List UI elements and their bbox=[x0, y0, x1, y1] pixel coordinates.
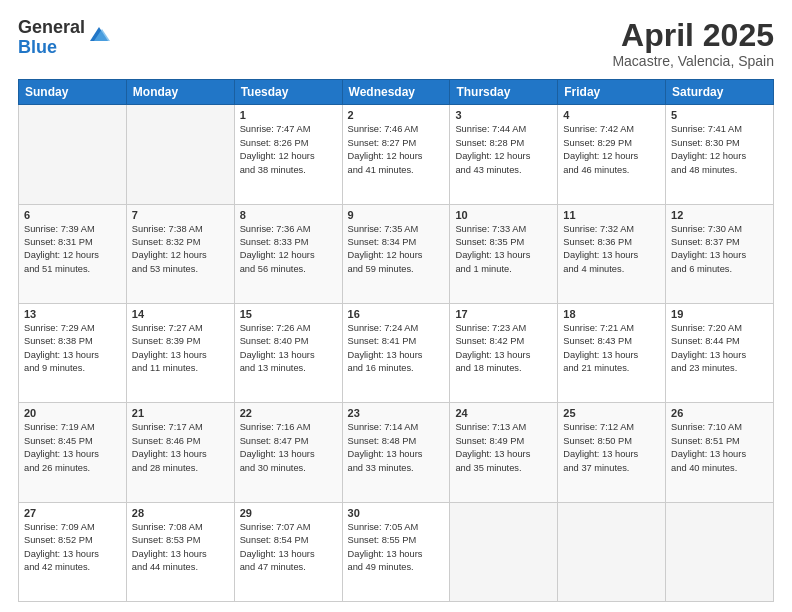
calendar-header: SundayMondayTuesdayWednesdayThursdayFrid… bbox=[19, 80, 774, 105]
day-number: 19 bbox=[671, 308, 768, 320]
day-cell: 17Sunrise: 7:23 AM Sunset: 8:42 PM Dayli… bbox=[450, 303, 558, 402]
day-info: Sunrise: 7:14 AM Sunset: 8:48 PM Dayligh… bbox=[348, 421, 445, 475]
day-number: 14 bbox=[132, 308, 229, 320]
day-cell: 27Sunrise: 7:09 AM Sunset: 8:52 PM Dayli… bbox=[19, 502, 127, 601]
day-number: 3 bbox=[455, 109, 552, 121]
day-info: Sunrise: 7:39 AM Sunset: 8:31 PM Dayligh… bbox=[24, 223, 121, 277]
day-number: 25 bbox=[563, 407, 660, 419]
week-row-4: 20Sunrise: 7:19 AM Sunset: 8:45 PM Dayli… bbox=[19, 403, 774, 502]
day-info: Sunrise: 7:20 AM Sunset: 8:44 PM Dayligh… bbox=[671, 322, 768, 376]
day-cell: 22Sunrise: 7:16 AM Sunset: 8:47 PM Dayli… bbox=[234, 403, 342, 502]
day-info: Sunrise: 7:32 AM Sunset: 8:36 PM Dayligh… bbox=[563, 223, 660, 277]
day-number: 18 bbox=[563, 308, 660, 320]
day-number: 11 bbox=[563, 209, 660, 221]
day-cell: 16Sunrise: 7:24 AM Sunset: 8:41 PM Dayli… bbox=[342, 303, 450, 402]
day-cell: 18Sunrise: 7:21 AM Sunset: 8:43 PM Dayli… bbox=[558, 303, 666, 402]
day-number: 15 bbox=[240, 308, 337, 320]
header-cell-thursday: Thursday bbox=[450, 80, 558, 105]
day-cell: 3Sunrise: 7:44 AM Sunset: 8:28 PM Daylig… bbox=[450, 105, 558, 204]
week-row-2: 6Sunrise: 7:39 AM Sunset: 8:31 PM Daylig… bbox=[19, 204, 774, 303]
day-number: 24 bbox=[455, 407, 552, 419]
day-cell: 26Sunrise: 7:10 AM Sunset: 8:51 PM Dayli… bbox=[666, 403, 774, 502]
day-cell: 15Sunrise: 7:26 AM Sunset: 8:40 PM Dayli… bbox=[234, 303, 342, 402]
day-info: Sunrise: 7:21 AM Sunset: 8:43 PM Dayligh… bbox=[563, 322, 660, 376]
day-cell: 23Sunrise: 7:14 AM Sunset: 8:48 PM Dayli… bbox=[342, 403, 450, 502]
day-info: Sunrise: 7:29 AM Sunset: 8:38 PM Dayligh… bbox=[24, 322, 121, 376]
day-cell: 9Sunrise: 7:35 AM Sunset: 8:34 PM Daylig… bbox=[342, 204, 450, 303]
day-number: 28 bbox=[132, 507, 229, 519]
day-cell: 13Sunrise: 7:29 AM Sunset: 8:38 PM Dayli… bbox=[19, 303, 127, 402]
day-number: 5 bbox=[671, 109, 768, 121]
day-cell: 19Sunrise: 7:20 AM Sunset: 8:44 PM Dayli… bbox=[666, 303, 774, 402]
title-location: Macastre, Valencia, Spain bbox=[612, 53, 774, 69]
day-number: 30 bbox=[348, 507, 445, 519]
day-cell: 1Sunrise: 7:47 AM Sunset: 8:26 PM Daylig… bbox=[234, 105, 342, 204]
day-info: Sunrise: 7:26 AM Sunset: 8:40 PM Dayligh… bbox=[240, 322, 337, 376]
logo-icon bbox=[88, 23, 110, 45]
header-cell-monday: Monday bbox=[126, 80, 234, 105]
day-number: 4 bbox=[563, 109, 660, 121]
day-info: Sunrise: 7:07 AM Sunset: 8:54 PM Dayligh… bbox=[240, 521, 337, 575]
week-row-3: 13Sunrise: 7:29 AM Sunset: 8:38 PM Dayli… bbox=[19, 303, 774, 402]
day-cell: 6Sunrise: 7:39 AM Sunset: 8:31 PM Daylig… bbox=[19, 204, 127, 303]
header-cell-sunday: Sunday bbox=[19, 80, 127, 105]
day-info: Sunrise: 7:30 AM Sunset: 8:37 PM Dayligh… bbox=[671, 223, 768, 277]
day-info: Sunrise: 7:19 AM Sunset: 8:45 PM Dayligh… bbox=[24, 421, 121, 475]
day-number: 23 bbox=[348, 407, 445, 419]
day-cell: 21Sunrise: 7:17 AM Sunset: 8:46 PM Dayli… bbox=[126, 403, 234, 502]
day-info: Sunrise: 7:33 AM Sunset: 8:35 PM Dayligh… bbox=[455, 223, 552, 277]
day-cell: 2Sunrise: 7:46 AM Sunset: 8:27 PM Daylig… bbox=[342, 105, 450, 204]
day-info: Sunrise: 7:10 AM Sunset: 8:51 PM Dayligh… bbox=[671, 421, 768, 475]
day-cell: 7Sunrise: 7:38 AM Sunset: 8:32 PM Daylig… bbox=[126, 204, 234, 303]
calendar-body: 1Sunrise: 7:47 AM Sunset: 8:26 PM Daylig… bbox=[19, 105, 774, 602]
day-number: 13 bbox=[24, 308, 121, 320]
day-number: 20 bbox=[24, 407, 121, 419]
day-cell: 8Sunrise: 7:36 AM Sunset: 8:33 PM Daylig… bbox=[234, 204, 342, 303]
day-cell: 5Sunrise: 7:41 AM Sunset: 8:30 PM Daylig… bbox=[666, 105, 774, 204]
header-row: SundayMondayTuesdayWednesdayThursdayFrid… bbox=[19, 80, 774, 105]
day-number: 29 bbox=[240, 507, 337, 519]
logo: General Blue bbox=[18, 18, 110, 58]
day-number: 1 bbox=[240, 109, 337, 121]
page: General Blue April 2025 Macastre, Valenc… bbox=[0, 0, 792, 612]
day-cell: 14Sunrise: 7:27 AM Sunset: 8:39 PM Dayli… bbox=[126, 303, 234, 402]
header-cell-saturday: Saturday bbox=[666, 80, 774, 105]
day-info: Sunrise: 7:13 AM Sunset: 8:49 PM Dayligh… bbox=[455, 421, 552, 475]
logo-blue: Blue bbox=[18, 38, 85, 58]
day-cell: 12Sunrise: 7:30 AM Sunset: 8:37 PM Dayli… bbox=[666, 204, 774, 303]
day-number: 6 bbox=[24, 209, 121, 221]
logo-text: General Blue bbox=[18, 18, 85, 58]
week-row-5: 27Sunrise: 7:09 AM Sunset: 8:52 PM Dayli… bbox=[19, 502, 774, 601]
day-number: 22 bbox=[240, 407, 337, 419]
logo-general: General bbox=[18, 18, 85, 38]
day-number: 9 bbox=[348, 209, 445, 221]
day-info: Sunrise: 7:36 AM Sunset: 8:33 PM Dayligh… bbox=[240, 223, 337, 277]
day-info: Sunrise: 7:46 AM Sunset: 8:27 PM Dayligh… bbox=[348, 123, 445, 177]
header: General Blue April 2025 Macastre, Valenc… bbox=[18, 18, 774, 69]
day-number: 17 bbox=[455, 308, 552, 320]
day-cell bbox=[450, 502, 558, 601]
day-cell: 11Sunrise: 7:32 AM Sunset: 8:36 PM Dayli… bbox=[558, 204, 666, 303]
day-number: 10 bbox=[455, 209, 552, 221]
day-number: 21 bbox=[132, 407, 229, 419]
day-cell: 10Sunrise: 7:33 AM Sunset: 8:35 PM Dayli… bbox=[450, 204, 558, 303]
day-cell: 25Sunrise: 7:12 AM Sunset: 8:50 PM Dayli… bbox=[558, 403, 666, 502]
day-info: Sunrise: 7:17 AM Sunset: 8:46 PM Dayligh… bbox=[132, 421, 229, 475]
day-number: 16 bbox=[348, 308, 445, 320]
day-info: Sunrise: 7:23 AM Sunset: 8:42 PM Dayligh… bbox=[455, 322, 552, 376]
day-number: 8 bbox=[240, 209, 337, 221]
header-cell-wednesday: Wednesday bbox=[342, 80, 450, 105]
title-block: April 2025 Macastre, Valencia, Spain bbox=[612, 18, 774, 69]
day-cell bbox=[558, 502, 666, 601]
day-info: Sunrise: 7:16 AM Sunset: 8:47 PM Dayligh… bbox=[240, 421, 337, 475]
day-info: Sunrise: 7:42 AM Sunset: 8:29 PM Dayligh… bbox=[563, 123, 660, 177]
day-cell: 29Sunrise: 7:07 AM Sunset: 8:54 PM Dayli… bbox=[234, 502, 342, 601]
calendar-table: SundayMondayTuesdayWednesdayThursdayFrid… bbox=[18, 79, 774, 602]
day-info: Sunrise: 7:12 AM Sunset: 8:50 PM Dayligh… bbox=[563, 421, 660, 475]
day-info: Sunrise: 7:38 AM Sunset: 8:32 PM Dayligh… bbox=[132, 223, 229, 277]
day-info: Sunrise: 7:08 AM Sunset: 8:53 PM Dayligh… bbox=[132, 521, 229, 575]
day-info: Sunrise: 7:47 AM Sunset: 8:26 PM Dayligh… bbox=[240, 123, 337, 177]
day-info: Sunrise: 7:09 AM Sunset: 8:52 PM Dayligh… bbox=[24, 521, 121, 575]
day-info: Sunrise: 7:44 AM Sunset: 8:28 PM Dayligh… bbox=[455, 123, 552, 177]
day-cell bbox=[19, 105, 127, 204]
